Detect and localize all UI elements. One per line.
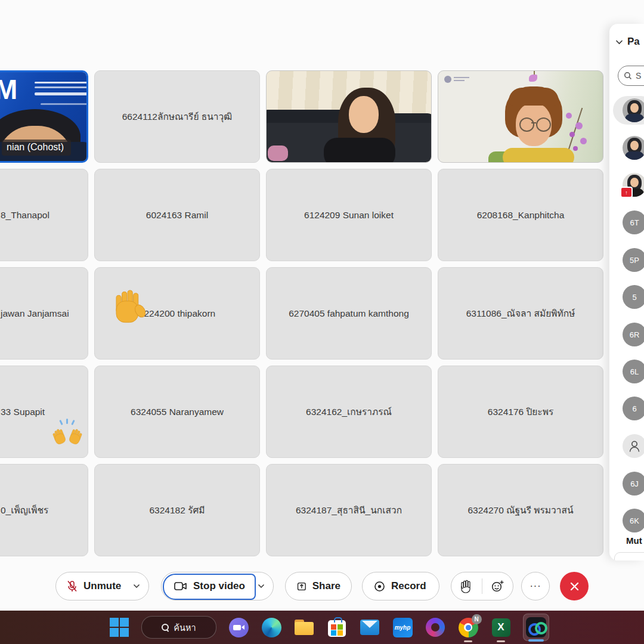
person-icon <box>627 439 642 453</box>
participant-tile[interactable]: 6124209 Sunan loiket <box>266 169 432 261</box>
taskbar-office[interactable] <box>425 617 446 638</box>
taskbar-chrome[interactable]: N <box>457 617 479 638</box>
search-icon <box>624 72 632 80</box>
participants-header[interactable]: Pa <box>615 36 640 48</box>
participant-name: 6208168_Kanphitcha <box>477 210 565 221</box>
webex-icon <box>526 617 546 637</box>
video-tile[interactable] <box>266 70 432 163</box>
record-button[interactable]: Record <box>362 572 439 600</box>
participant-avatar[interactable]: 6 <box>623 397 644 420</box>
participant-name: 6324176 ปิยะพร <box>488 404 553 419</box>
reactions-button[interactable] <box>491 580 504 593</box>
myhp-icon: myhp <box>393 618 413 637</box>
participant-name: 6324270 ณัฐนรี พรมวาสน์ <box>467 503 573 518</box>
raising-hands-icon <box>51 419 86 454</box>
video-art-flowers <box>438 71 603 162</box>
participant-name: 33 Supapit <box>1 407 45 417</box>
leave-meeting-button[interactable] <box>560 572 589 600</box>
participant-name: 6324055 Naranyamew <box>131 407 224 417</box>
participant-tile[interactable]: 0_เพ็ญเพ็ชร <box>0 464 88 556</box>
chevron-down-icon[interactable] <box>258 584 265 589</box>
chrome-icon: N <box>459 618 478 637</box>
participant-name: 6024163 Ramil <box>146 210 208 221</box>
participant-tile[interactable]: 8_Thanapol <box>0 169 88 261</box>
edge-icon <box>262 618 281 637</box>
participant-avatar[interactable]: 5P <box>623 248 644 272</box>
running-indicator-active <box>528 639 544 642</box>
taskbar-file-explorer[interactable] <box>293 617 315 638</box>
participants-title: Pa <box>627 36 640 48</box>
more-icon: ··· <box>530 583 541 589</box>
participant-search-input[interactable]: S <box>618 66 644 86</box>
participant-tile[interactable]: 6324187_สุธาสินี_นกเสวก <box>266 464 432 556</box>
raise-hand-button[interactable] <box>460 579 473 593</box>
search-icon <box>162 624 169 631</box>
stop-video-button[interactable]: Stop video <box>161 572 274 600</box>
start-button[interactable] <box>109 617 130 638</box>
participant-tile[interactable]: 33 Supapit <box>0 366 88 458</box>
more-options-button[interactable]: ··· <box>521 572 550 600</box>
participant-tile[interactable]: jawan Janjamsai <box>0 267 88 360</box>
participant-tile[interactable]: 6208168_Kanphitcha <box>438 169 603 261</box>
participant-avatar[interactable]: 6J <box>623 472 644 496</box>
participant-name: 6324187_สุธาสินี_นกเสวก <box>296 503 402 518</box>
participant-tile[interactable]: 6624112ลักษณารีย์ ธนาวุฒิ <box>94 70 260 163</box>
participant-avatar[interactable]: 6T <box>623 210 644 234</box>
emoji-plus-icon <box>491 580 504 593</box>
video-tile-cohost[interactable]: M nian (Cohost) <box>0 70 88 163</box>
chat-icon <box>229 618 249 637</box>
participant-tile[interactable]: 6324176 ปิยะพร <box>438 366 603 458</box>
participant-tile[interactable]: 6324182 รัศมี <box>94 464 260 556</box>
taskbar-store[interactable] <box>326 617 348 638</box>
share-icon <box>296 580 307 593</box>
participant-avatar[interactable]: 6L <box>623 360 644 383</box>
participant-name: 6311086_ณัจลา สมัยพิทักษ์ <box>466 306 575 321</box>
close-icon <box>569 581 580 592</box>
taskbar-search[interactable]: ค้นหา <box>141 616 216 639</box>
participant-tile[interactable]: 6024163 Ramil <box>94 169 260 261</box>
participant-tile[interactable]: 6270405 fahpatum kamthong <box>266 267 432 360</box>
taskbar-edge[interactable] <box>261 617 282 638</box>
unmute-button[interactable]: Unmute <box>55 572 149 600</box>
office-icon <box>426 618 445 637</box>
participant-tile[interactable]: 6224200 thipakorn <box>94 267 260 360</box>
video-grid: M nian (Cohost) 6624112ลักษณารีย์ ธนาวุฒ… <box>0 70 603 556</box>
participant-avatar[interactable]: 6R <box>623 323 644 346</box>
mute-all-button[interactable]: Mut <box>626 535 642 546</box>
participant-avatar[interactable] <box>623 136 644 160</box>
participant-tile[interactable]: 6324270 ณัฐนรี พรมวาสน์ <box>438 464 603 556</box>
participant-avatar[interactable]: ↑ <box>623 173 644 197</box>
participant-name: 6624112ลักษณารีย์ ธนาวุฒิ <box>122 109 233 124</box>
participant-tile[interactable]: 6324055 Naranyamew <box>94 366 260 458</box>
meeting-window: M nian (Cohost) 6624112ลักษณารีย์ ธนาวุฒ… <box>0 0 644 644</box>
participant-avatar[interactable]: 6K <box>623 509 644 532</box>
participant-avatar[interactable]: 5 <box>623 285 644 309</box>
video-tile[interactable] <box>438 70 603 163</box>
participant-name: jawan Janjamsai <box>1 308 69 319</box>
panel-footer-card <box>614 552 644 561</box>
participant-avatar[interactable] <box>623 98 644 122</box>
mail-icon <box>360 620 379 635</box>
taskbar-myhp[interactable]: myhp <box>392 617 413 638</box>
taskbar-chat[interactable] <box>228 617 249 638</box>
participant-tile[interactable]: 6311086_ณัจลา สมัยพิทักษ์ <box>438 267 603 360</box>
participant-tile[interactable]: 6324162_เกษราภรณ์ <box>266 366 432 458</box>
participant-avatar[interactable] <box>623 434 644 458</box>
excel-icon: X <box>492 618 510 637</box>
running-indicator <box>497 640 505 642</box>
chevron-down-icon <box>615 39 623 45</box>
participants-panel: Pa S ↑ 6T 5P 5 6R <box>609 24 644 561</box>
store-icon <box>328 620 346 637</box>
taskbar-mail[interactable] <box>359 617 380 638</box>
participant-name-overlay: nian (Cohost) <box>2 140 71 156</box>
divider <box>482 578 482 594</box>
mic-muted-icon <box>66 580 79 593</box>
taskbar-excel[interactable]: X <box>490 617 512 638</box>
chevron-down-icon[interactable] <box>133 584 140 589</box>
raised-hand-icon <box>112 287 146 326</box>
share-button[interactable]: Share <box>285 572 352 600</box>
taskbar-webex-active[interactable] <box>523 617 549 638</box>
raise-hand-icon <box>460 579 473 593</box>
folder-icon <box>295 620 314 635</box>
participant-name: 6324162_เกษราภรณ์ <box>306 404 392 419</box>
